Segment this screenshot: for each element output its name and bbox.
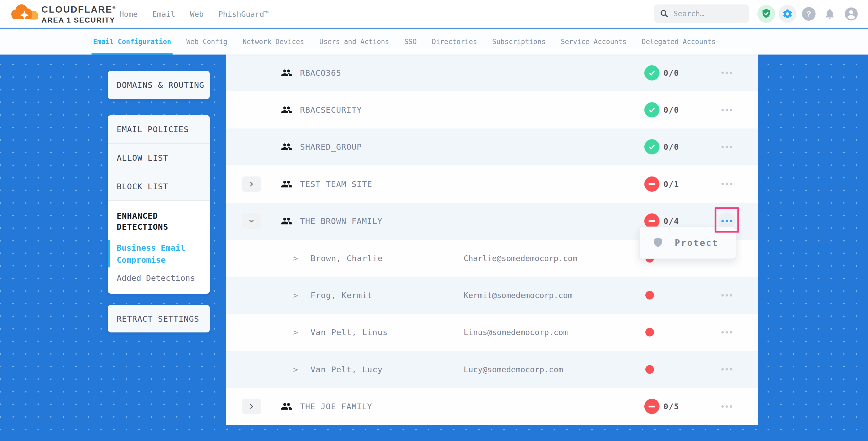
status-blocked-icon bbox=[644, 177, 659, 192]
group-icon bbox=[281, 67, 292, 78]
member-name[interactable]: Van Pelt, Lucy bbox=[310, 365, 382, 374]
member-chevron-icon[interactable]: > bbox=[293, 254, 298, 263]
sidebar-item-block-list[interactable]: BLOCK LIST bbox=[108, 172, 210, 201]
sidebar-item-allow-list[interactable]: ALLOW LIST bbox=[108, 144, 210, 172]
group-name[interactable]: THE JOE FAMILY bbox=[300, 402, 372, 411]
expand-button[interactable] bbox=[242, 177, 261, 192]
sidebar-item-business-email-compromise[interactable]: Business Email Compromise bbox=[117, 242, 202, 266]
groups-table: RBACO3650/0RBACSECURITY0/0SHARED_GROUP0/… bbox=[226, 54, 758, 425]
tab-sso[interactable]: SSO bbox=[403, 29, 418, 55]
notifications-bell-icon[interactable] bbox=[824, 8, 836, 20]
nav-item-web[interactable]: Web bbox=[190, 10, 204, 19]
status-check-icon bbox=[644, 102, 659, 118]
member-name[interactable]: Frog, Kermit bbox=[310, 290, 372, 300]
brand-title: CLOUDFLARE® bbox=[41, 4, 116, 15]
tab-web-config[interactable]: Web Config bbox=[185, 29, 229, 55]
table-row: TEST TEAM SITE0/1 bbox=[226, 165, 758, 202]
status-dot bbox=[645, 291, 654, 300]
status-count: 0/0 bbox=[663, 143, 679, 152]
status-count: 0/1 bbox=[663, 179, 679, 189]
cloudflare-logo-icon bbox=[10, 2, 41, 24]
brand-subtitle: AREA 1 SECURITY bbox=[41, 16, 116, 24]
group-name[interactable]: RBACO365 bbox=[300, 68, 341, 77]
sidebar-item-domains-routing[interactable]: DOMAINS & ROUTING bbox=[108, 71, 210, 99]
enhanced-detections-title[interactable]: ENHANCED DETECTIONS bbox=[117, 210, 202, 232]
search-icon bbox=[660, 9, 669, 18]
tab-network-devices[interactable]: Network Devices bbox=[241, 29, 306, 55]
member-email: Charlie@somedemocorp.com bbox=[464, 254, 577, 263]
shield-icon bbox=[653, 237, 663, 249]
brand-block: CLOUDFLARE® AREA 1 SECURITY bbox=[41, 4, 116, 24]
brand-mark: ® bbox=[113, 5, 116, 10]
group-icon bbox=[281, 141, 292, 153]
expand-button[interactable] bbox=[242, 399, 261, 414]
group-name[interactable]: SHARED_GROUP bbox=[300, 142, 362, 152]
group-name[interactable]: TEST TEAM SITE bbox=[300, 179, 372, 189]
status-blocked-icon bbox=[644, 399, 659, 414]
group-icon bbox=[281, 215, 292, 227]
row-menu-button[interactable] bbox=[718, 287, 735, 304]
table-row: RBACSECURITY0/0 bbox=[226, 91, 758, 128]
row-menu-button[interactable] bbox=[718, 138, 735, 155]
table-row: THE JOE FAMILY0/5 bbox=[226, 388, 758, 425]
status-count: 0/0 bbox=[663, 68, 679, 77]
member-name[interactable]: Brown, Charlie bbox=[310, 254, 382, 263]
member-chevron-icon[interactable]: > bbox=[293, 365, 298, 374]
nav-item-home[interactable]: Home bbox=[119, 10, 138, 19]
member-chevron-icon[interactable]: > bbox=[293, 328, 298, 337]
group-icon bbox=[281, 401, 292, 412]
status-check-icon bbox=[644, 139, 659, 154]
annotation-highlight-box bbox=[715, 208, 739, 232]
expand-button[interactable] bbox=[242, 213, 261, 229]
status-count: 0/0 bbox=[663, 105, 679, 115]
top-nav: Home Email Web PhishGuard™ bbox=[119, 0, 269, 28]
status-count: 0/4 bbox=[663, 217, 679, 226]
tab-directories[interactable]: Directories bbox=[430, 29, 478, 55]
group-name[interactable]: RBACSECURITY bbox=[300, 105, 362, 115]
row-menu-button[interactable] bbox=[718, 361, 735, 378]
row-menu-button[interactable] bbox=[718, 101, 735, 119]
tab-email-configuration[interactable]: Email Configuration bbox=[92, 29, 173, 55]
nav-item-email[interactable]: Email bbox=[152, 10, 175, 19]
table-row: >Van Pelt, LucyLucy@somedemocorp.com bbox=[226, 351, 758, 388]
section-tabs: Email Configuration Web Config Network D… bbox=[0, 29, 868, 55]
user-account-icon[interactable] bbox=[844, 7, 858, 21]
group-icon bbox=[281, 178, 292, 190]
member-email: Lucy@somedemocorp.com bbox=[464, 365, 563, 374]
settings-gear-icon[interactable] bbox=[779, 5, 797, 23]
sidebar-policies-card: EMAIL POLICIES ALLOW LIST BLOCK LIST ENH… bbox=[108, 115, 210, 294]
help-icon[interactable]: ? bbox=[802, 7, 815, 21]
status-dot bbox=[645, 365, 654, 374]
member-chevron-icon[interactable]: > bbox=[293, 291, 298, 300]
tab-users-and-actions[interactable]: Users and Actions bbox=[318, 29, 391, 55]
member-email: Kermit@somedemocorp.com bbox=[464, 291, 572, 300]
sidebar-item-retract-settings[interactable]: RETRACT SETTINGS bbox=[108, 305, 210, 333]
sidebar-section-enhanced-detections: ENHANCED DETECTIONS Business Email Compr… bbox=[108, 201, 210, 294]
table-row: >Frog, KermitKermit@somedemocorp.com bbox=[226, 277, 758, 314]
tab-subscriptions[interactable]: Subscriptions bbox=[491, 29, 547, 55]
sidebar-item-added-detections[interactable]: Added Detections bbox=[117, 273, 202, 283]
row-menu-button[interactable] bbox=[718, 64, 735, 82]
member-email: Linus@somedemocorp.com bbox=[464, 328, 568, 337]
group-icon bbox=[281, 104, 292, 116]
app-root: CLOUDFLARE® AREA 1 SECURITY Home Email W… bbox=[0, 0, 868, 441]
search-input[interactable] bbox=[674, 9, 744, 18]
member-name[interactable]: Van Pelt, Linus bbox=[310, 327, 388, 337]
group-name[interactable]: THE BROWN FAMILY bbox=[300, 216, 382, 226]
sidebar-item-email-policies[interactable]: EMAIL POLICIES bbox=[108, 115, 210, 144]
search-bar[interactable] bbox=[654, 4, 749, 23]
nav-item-phishguard[interactable]: PhishGuard™ bbox=[218, 10, 269, 19]
row-menu-button[interactable] bbox=[718, 398, 735, 415]
top-header: CLOUDFLARE® AREA 1 SECURITY Home Email W… bbox=[0, 0, 868, 28]
status-dot bbox=[645, 328, 654, 337]
tab-delegated-accounts[interactable]: Delegated Accounts bbox=[640, 29, 717, 55]
table-row: RBACO3650/0 bbox=[226, 54, 758, 91]
tab-service-accounts[interactable]: Service Accounts bbox=[559, 29, 628, 55]
status-check-icon bbox=[644, 65, 659, 81]
shield-check-icon[interactable] bbox=[757, 5, 775, 23]
status-count: 0/5 bbox=[663, 402, 679, 411]
row-menu-button[interactable] bbox=[718, 323, 735, 341]
table-row: >Van Pelt, LinusLinus@somedemocorp.com bbox=[226, 314, 758, 351]
row-menu-button[interactable] bbox=[718, 176, 735, 193]
context-menu-item-protect[interactable]: Protect bbox=[675, 238, 718, 248]
